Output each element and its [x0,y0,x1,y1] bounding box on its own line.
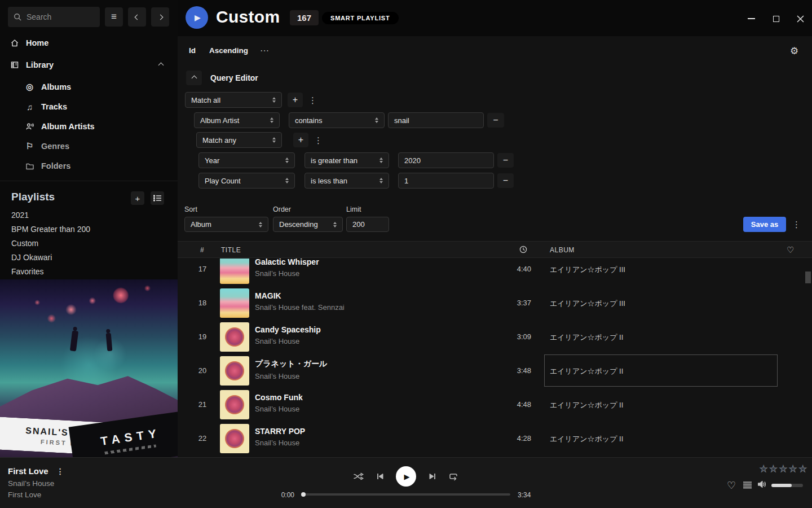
track-artist[interactable]: Snail’s House [255,269,319,278]
table-row[interactable]: 22 STARRY POPSnail’s House 4:28 エイリアン☆ポッ… [178,422,812,456]
favorite-button[interactable]: ♡ [727,479,736,492]
sidebar-item-library[interactable]: Library [0,56,178,73]
now-playing-album[interactable]: First Love [8,491,41,499]
track-album[interactable]: エイリアン☆ポップ II [550,332,623,343]
track-thumbnail[interactable] [220,390,249,419]
track-album[interactable]: エイリアン☆ポップ II [550,366,623,376]
playlist-item[interactable]: Favorites [11,267,158,276]
table-row[interactable]: 18 MAGIKSnail’s House feat. Sennzai 3:37… [178,286,812,320]
shuffle-button[interactable] [354,472,364,480]
rating-star-icon[interactable]: ★ [769,463,777,474]
column-header-album[interactable]: ALBUM [550,246,575,254]
table-row[interactable]: 19 Candy SpaceshipSnail’s House 3:09 エイリ… [178,320,812,354]
rating-star-icon[interactable]: ★ [760,463,767,474]
track-thumbnail[interactable] [220,424,249,453]
track-album[interactable]: エイリアン☆ポップ II [550,400,623,410]
rule-value-input[interactable] [398,152,494,168]
rating-star-icon[interactable]: ★ [798,463,806,474]
rule-field-select[interactable]: Album Artist [194,112,280,128]
track-title[interactable]: Galactic Whisper [255,259,319,266]
settings-button[interactable]: ⚙ [790,45,798,57]
repeat-button[interactable] [448,472,458,481]
playlist-item[interactable]: DJ Okawari [11,253,158,262]
rule-operator-select[interactable]: contains [289,112,385,128]
sidebar-item-tracks[interactable]: ♫ Tracks [0,98,178,115]
next-button[interactable] [429,472,436,480]
track-title[interactable]: STARRY POP [255,427,305,436]
save-menu-button[interactable]: ⋮ [792,220,800,230]
menu-button[interactable]: ≡ [105,7,123,27]
track-options-button[interactable]: ⋮ [56,467,64,476]
rule-field-select[interactable]: Play Count [198,173,295,189]
create-playlist-button[interactable]: + [131,191,144,205]
close-button[interactable] [795,14,805,24]
save-as-button[interactable]: Save as [743,217,786,232]
track-title[interactable]: Candy Spaceship [255,325,321,334]
add-rule-button[interactable]: + [288,93,303,107]
maximize-button[interactable] [771,14,781,24]
match-select[interactable]: Match all [185,92,282,108]
heart-icon[interactable]: ♡ [787,245,795,255]
search-input[interactable] [8,7,100,27]
track-album[interactable]: エイリアン☆ポップ III [550,265,625,275]
sort-field-button[interactable]: Id [189,46,196,55]
play-pause-button[interactable]: ▶ [396,466,416,487]
play-playlist-button[interactable]: ▶ [186,6,208,29]
order-select[interactable]: Descending [273,217,343,232]
add-group-rule-button[interactable]: + [293,133,308,147]
sort-direction-button[interactable]: Ascending [209,46,248,55]
track-artist[interactable]: Snail’s House [255,439,305,447]
album-cover[interactable]: SNAIL'S HOUSE FIRST LOVE TASTY [0,279,178,457]
sidebar-item-album-artists[interactable]: Album Artists [0,118,178,135]
column-header-index[interactable]: # [200,246,204,254]
sidebar-item-folders[interactable]: Folders [0,157,178,174]
previous-button[interactable] [376,472,384,480]
queue-button[interactable] [743,481,752,489]
rule-operator-select[interactable]: is greater than [304,152,389,168]
clock-icon[interactable] [519,246,527,253]
group-match-select[interactable]: Match any [196,132,282,148]
table-row[interactable]: 21 Cosmo FunkSnail’s House 4:48 エイリアン☆ポッ… [178,388,812,422]
chevron-up-icon[interactable] [158,62,164,68]
sort-select[interactable]: Album [184,217,268,232]
group-menu-button[interactable]: ⋮ [314,135,322,146]
now-playing-title[interactable]: First Love [8,466,48,476]
table-row[interactable]: 17 Galactic WhisperSnail’s House 4:40 エイ… [178,259,812,286]
playlist-item[interactable]: 2021 [11,211,158,220]
speaker-icon[interactable] [757,480,766,488]
track-title[interactable]: Cosmo Funk [255,393,303,402]
more-options-button[interactable]: ⋯ [260,45,270,56]
rule-menu-button[interactable]: ⋮ [308,95,316,106]
rule-field-select[interactable]: Year [198,152,295,168]
track-album[interactable]: エイリアン☆ポップ III [550,299,625,309]
limit-input[interactable] [346,217,389,232]
remove-rule-button[interactable]: − [487,113,504,128]
track-thumbnail[interactable] [220,356,249,386]
sidebar-item-albums[interactable]: ◎ Albums [0,78,178,95]
track-artist[interactable]: Snail’s House [255,337,321,345]
rule-value-input[interactable] [388,112,484,128]
remove-rule-button[interactable]: − [497,173,514,188]
rule-value-input[interactable] [398,173,494,189]
sidebar-item-home[interactable]: Home [0,34,178,51]
nav-back-button[interactable] [128,7,146,27]
seek-handle[interactable] [301,492,306,497]
track-artist[interactable]: Snail’s House [255,372,327,380]
rule-operator-select[interactable]: is less than [304,173,389,189]
track-title[interactable]: MAGIK [255,291,345,300]
track-title[interactable]: プラネット・ガール [255,359,327,369]
volume-slider[interactable] [771,484,803,487]
track-thumbnail[interactable] [220,322,249,352]
track-artist[interactable]: Snail’s House [255,405,303,413]
remove-rule-button[interactable]: − [497,153,514,168]
playlist-item[interactable]: Custom [11,239,158,248]
playlist-item[interactable]: BPM Greater than 200 [11,225,158,234]
track-thumbnail[interactable] [220,259,249,284]
playlist-list-button[interactable] [151,191,164,205]
track-album[interactable]: エイリアン☆ポップ II [550,434,623,444]
rating-star-icon[interactable]: ★ [779,463,787,474]
nav-forward-button[interactable] [151,7,169,27]
column-header-title[interactable]: TITLE [221,246,241,254]
sidebar-item-genres[interactable]: ⚐ Genres [0,138,178,155]
star-rating[interactable]: ★ ★ ★ ★ ★ [760,463,807,474]
